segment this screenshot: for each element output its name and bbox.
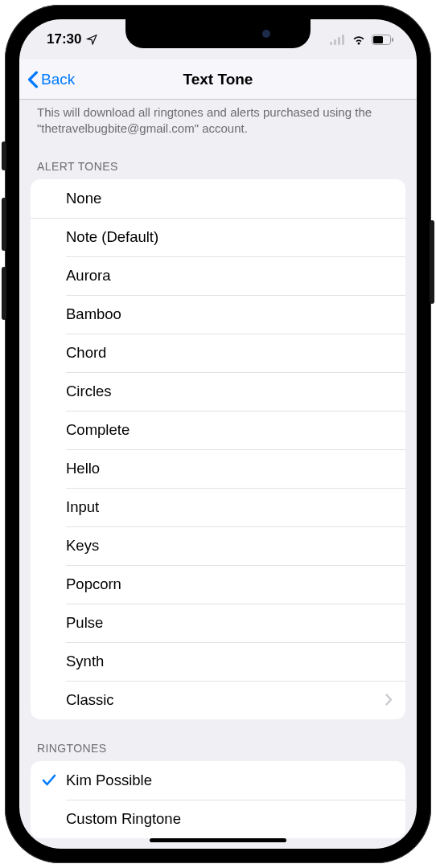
wifi-icon [352,35,366,45]
cellular-icon [330,35,346,45]
tone-row-bamboo[interactable]: Bamboo [31,295,405,334]
tone-label: Bamboo [66,305,393,323]
tone-label: Aurora [66,267,393,285]
tone-label: Pulse [66,614,393,632]
tone-label: Synth [66,653,393,670]
download-description: This will download all ringtones and ale… [19,100,417,137]
tone-row-circles[interactable]: Circles [31,372,405,411]
back-label: Back [41,71,75,88]
tone-label: Classic [66,691,385,709]
tone-row-classic[interactable]: Classic [31,681,405,719]
tone-label: Popcorn [66,575,393,593]
tone-row-pulse[interactable]: Pulse [31,604,405,642]
ringtone-row-kim-possible[interactable]: Kim Possible [31,761,405,800]
svg-rect-3 [342,35,344,45]
section-header-ringtones: RINGTONES [19,719,417,761]
tone-row-aurora[interactable]: Aurora [31,256,405,295]
tone-label: Complete [66,421,393,439]
back-button[interactable]: Back [19,71,75,88]
home-indicator[interactable] [150,838,286,842]
tone-label: Chord [66,344,393,362]
svg-rect-2 [338,37,340,45]
tone-label: Circles [66,383,393,400]
tone-row-note[interactable]: Note (Default) [31,218,405,256]
page-title: Text Tone [19,71,417,88]
ringtone-row-custom[interactable]: Custom Ringtone [31,800,405,838]
ringtones-list: Kim Possible Custom Ringtone [31,761,405,838]
location-icon [86,34,97,45]
tone-row-input[interactable]: Input [31,488,405,526]
tone-label: None [66,190,393,207]
svg-rect-5 [373,36,383,43]
tone-row-none[interactable]: None [31,179,405,218]
tone-label: Hello [66,460,393,477]
tone-row-synth[interactable]: Synth [31,642,405,681]
tone-row-keys[interactable]: Keys [31,526,405,565]
chevron-left-icon [27,71,39,88]
tone-label: Input [66,498,393,516]
tone-label: Keys [66,537,393,555]
tone-row-popcorn[interactable]: Popcorn [31,565,405,604]
tone-row-hello[interactable]: Hello [31,449,405,488]
section-header-alert-tones: ALERT TONES [19,137,417,179]
ringtone-label: Custom Ringtone [66,810,393,828]
battery-icon [372,35,394,45]
svg-rect-6 [392,38,393,42]
svg-rect-0 [330,42,332,45]
svg-rect-1 [334,39,336,45]
chevron-right-icon [385,694,393,706]
nav-bar: Back Text Tone [19,59,417,100]
tone-label: Note (Default) [66,228,393,246]
tone-row-chord[interactable]: Chord [31,334,405,372]
tone-row-complete[interactable]: Complete [31,411,405,449]
alert-tones-list: None Note (Default) Aurora Bamboo Chord … [31,179,405,719]
ringtone-label: Kim Possible [66,772,393,789]
status-time: 17:30 [47,31,81,47]
checkmark-icon [42,774,56,787]
